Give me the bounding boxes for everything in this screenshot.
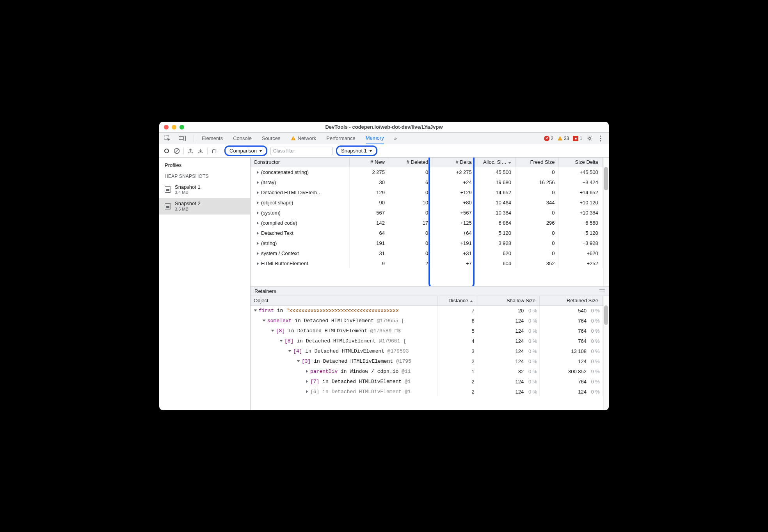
scrollbar-thumb[interactable] <box>604 305 608 325</box>
perspective-value: Comparison <box>229 148 257 154</box>
warning-count-value: 33 <box>564 136 569 141</box>
heap-snapshots-header: HEAP SNAPSHOTS <box>159 171 250 181</box>
svg-point-8 <box>600 138 601 139</box>
retainers-title: Retainers <box>254 288 276 294</box>
tabs-overflow-button[interactable]: » <box>394 133 397 144</box>
comparison-column-header[interactable]: Constructor <box>251 158 349 167</box>
memory-toolbar: Comparison Class filter Snapshot 1 <box>159 144 609 158</box>
tab-performance[interactable]: Performance <box>326 133 355 144</box>
comparison-row[interactable]: Detached Text 640+64 5 1200+5 120 <box>251 228 609 238</box>
comparison-row[interactable]: (concatenated string) 2 2750+2 275 45 50… <box>251 167 609 177</box>
clear-button[interactable] <box>173 147 180 154</box>
chevron-down-icon <box>369 150 372 152</box>
comparison-table: Constructor# New# Deleted# DeltaAlloc. S… <box>251 158 609 286</box>
garbage-collect-icon[interactable] <box>211 147 218 154</box>
devtools-window: DevTools - codepen.io/web-dot-dev/live/L… <box>159 122 609 410</box>
window-title: DevTools - codepen.io/web-dot-dev/live/L… <box>159 124 609 130</box>
inspect-element-icon[interactable] <box>164 135 171 142</box>
snapshot-icon <box>165 186 171 193</box>
retainers-table: ObjectDistanceShallow SizeRetained Size … <box>251 296 609 410</box>
retainers-column-header[interactable]: Retained Size <box>540 296 603 305</box>
kebab-menu-icon[interactable] <box>597 135 604 142</box>
snapshot-size: 3.4 MB <box>175 190 201 195</box>
title-bar: DevTools - codepen.io/web-dot-dev/live/L… <box>159 122 609 133</box>
retainers-column-header[interactable]: Shallow Size <box>477 296 540 305</box>
tab-network[interactable]: Network <box>291 133 316 144</box>
comparison-column-header[interactable]: # Deleted <box>389 158 432 167</box>
retainer-row[interactable]: someText in Detached HTMLDivElement @179… <box>251 316 609 326</box>
panel-menu-icon[interactable] <box>599 289 605 293</box>
svg-point-7 <box>600 135 601 137</box>
retainer-row[interactable]: first in "xxxxxxxxxxxxxxxxxxxxxxxxxxxxxx… <box>251 305 609 316</box>
tab-sources[interactable]: Sources <box>262 133 281 144</box>
chevron-down-icon <box>259 150 262 152</box>
retainer-row[interactable]: [8] in Detached HTMLDivElement @179589 □… <box>251 326 609 336</box>
tab-console[interactable]: Console <box>233 133 252 144</box>
comparison-row[interactable]: (compiled code) 14217+125 6 864296+6 568 <box>251 218 609 228</box>
warning-icon <box>557 136 563 141</box>
separator <box>221 147 221 154</box>
import-icon[interactable] <box>197 147 204 154</box>
scrollbar[interactable] <box>603 296 609 410</box>
record-button[interactable] <box>163 147 170 154</box>
issue-count-value: 1 <box>580 136 582 141</box>
comparison-column-header[interactable]: Size Delta <box>559 158 602 167</box>
retainer-row[interactable]: [7] in Detached HTMLDivElement @1 2 1240… <box>251 376 609 387</box>
retainer-row[interactable]: [6] in Detached HTMLDivElement @1 2 1240… <box>251 387 609 397</box>
warning-count-badge[interactable]: 33 <box>557 136 569 141</box>
export-icon[interactable] <box>187 147 194 154</box>
snapshot-name: Snapshot 1 <box>175 184 201 190</box>
retainer-row[interactable]: [4] in Detached HTMLDivElement @179593 3… <box>251 346 609 356</box>
comparison-column-header[interactable]: # New <box>349 158 389 167</box>
retainers-column-header[interactable]: Object <box>251 296 438 305</box>
scrollbar-thumb[interactable] <box>604 167 608 190</box>
scrollbar[interactable] <box>603 158 609 286</box>
base-snapshot-dropdown[interactable]: Snapshot 1 <box>336 145 377 156</box>
svg-point-9 <box>600 140 601 141</box>
main-tab-strip: Elements Console Sources Network Perform… <box>159 133 609 144</box>
base-snapshot-value: Snapshot 1 <box>341 148 367 154</box>
svg-rect-2 <box>184 136 186 141</box>
tab-memory[interactable]: Memory <box>366 133 384 144</box>
svg-line-11 <box>175 149 179 153</box>
svg-rect-6 <box>560 139 560 140</box>
comparison-row[interactable]: (array) 306+24 19 68016 256+3 424 <box>251 177 609 187</box>
issue-count-badge[interactable]: ■ 1 <box>573 136 582 141</box>
settings-icon[interactable] <box>586 135 593 142</box>
content-area: Constructor# New# Deleted# DeltaAlloc. S… <box>251 158 609 410</box>
comparison-row[interactable]: Detached HTMLDivElem… 1290+129 14 6520+1… <box>251 187 609 197</box>
snapshot-size: 3.5 MB <box>175 207 201 211</box>
sidebar-title: Profiles <box>159 159 250 171</box>
retainer-row[interactable]: [8] in Detached HTMLDivElement @179661 [… <box>251 336 609 346</box>
retainer-row[interactable]: [3] in Detached HTMLDivElement @1795 2 1… <box>251 356 609 366</box>
snapshot-item[interactable]: Snapshot 2 3.5 MB <box>159 198 250 214</box>
retainer-row[interactable]: parentDiv in Window / cdpn.io @11 1 320 … <box>251 366 609 376</box>
comparison-row[interactable]: (object shape) 9010+80 10 464344+10 120 <box>251 197 609 207</box>
class-filter-input[interactable]: Class filter <box>270 147 333 155</box>
snapshot-item[interactable]: Snapshot 1 3.4 MB <box>159 181 250 198</box>
comparison-row[interactable]: (system) 5670+567 10 3840+10 384 <box>251 207 609 218</box>
retainers-column-header[interactable]: Distance <box>438 296 477 305</box>
svg-rect-4 <box>293 139 293 140</box>
retainers-header: Retainers <box>251 286 609 296</box>
perspective-dropdown[interactable]: Comparison <box>224 145 267 156</box>
error-icon: ✕ <box>544 136 549 141</box>
main-area: Profiles HEAP SNAPSHOTS Snapshot 1 3.4 M… <box>159 158 609 410</box>
comparison-row[interactable]: (string) 1910+191 3 9280+3 928 <box>251 238 609 248</box>
error-count-value: 2 <box>551 136 553 141</box>
comparison-column-header[interactable]: Freed Size <box>515 158 558 167</box>
error-count-badge[interactable]: ✕ 2 <box>544 136 553 141</box>
comparison-row[interactable]: system / Context 310+31 6200+620 <box>251 248 609 258</box>
svg-rect-5 <box>560 137 560 139</box>
tab-elements[interactable]: Elements <box>202 133 223 144</box>
separator <box>183 147 184 154</box>
tab-network-label: Network <box>298 135 316 141</box>
issue-icon: ■ <box>573 136 578 141</box>
device-toolbar-icon[interactable] <box>179 135 186 142</box>
svg-rect-3 <box>293 137 293 139</box>
comparison-row[interactable]: HTMLButtonElement 92+7 604352+252 <box>251 258 609 268</box>
separator <box>194 135 194 142</box>
comparison-column-header[interactable]: # Delta <box>432 158 476 167</box>
svg-rect-1 <box>179 137 183 140</box>
comparison-column-header[interactable]: Alloc. Si… <box>476 158 515 167</box>
